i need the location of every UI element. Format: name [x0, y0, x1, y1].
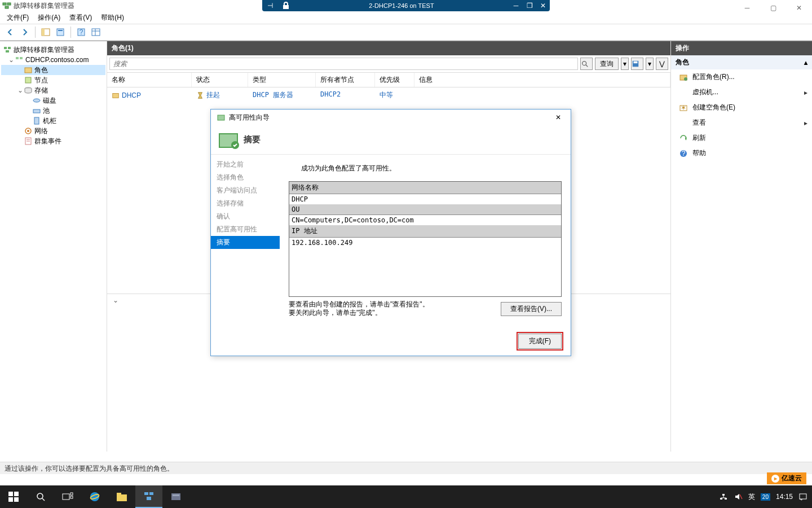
row-name: DHCP: [122, 91, 141, 99]
rdp-minimize-button[interactable]: ─: [509, 1, 523, 11]
query-button[interactable]: 查询: [595, 58, 619, 70]
details-button[interactable]: [89, 25, 103, 39]
action-view[interactable]: 查看 ▸: [671, 115, 812, 130]
tree-cluster[interactable]: ⌄ CDHCP.contoso.com: [1, 55, 105, 65]
outer-maximize-button[interactable]: ▢: [760, 0, 786, 16]
svg-rect-59: [173, 494, 179, 496]
wizard-icon: [217, 113, 226, 122]
tree-storage[interactable]: ⌄ 存储: [1, 85, 105, 95]
tray-network-icon[interactable]: [719, 492, 728, 501]
forward-button[interactable]: [18, 25, 32, 39]
tray-ime2[interactable]: 20: [761, 493, 770, 501]
tree-networks[interactable]: 网络: [1, 126, 105, 136]
search-taskbar-button[interactable]: [27, 485, 54, 508]
tree-events[interactable]: 群集事件: [1, 136, 105, 146]
svg-rect-42: [8, 492, 13, 496]
explorer-taskbar-button[interactable]: [108, 485, 135, 508]
svg-rect-21: [33, 110, 40, 113]
wizard-close-button[interactable]: ✕: [551, 112, 565, 123]
cluster-manager-taskbar-button[interactable]: [135, 485, 162, 508]
tray-time[interactable]: 14:15: [776, 493, 793, 501]
tree-cabinet[interactable]: 机柜: [1, 116, 105, 126]
col-owner[interactable]: 所有者节点: [316, 73, 375, 87]
svg-rect-5: [57, 29, 64, 36]
ie-taskbar-button[interactable]: [81, 485, 108, 508]
svg-rect-55: [144, 492, 148, 495]
tree-disks[interactable]: 磁盘: [1, 95, 105, 106]
pool-icon: [32, 106, 41, 115]
watermark-badge: ▸ 亿速云: [767, 472, 806, 484]
help-toolbar-button[interactable]: ?: [74, 25, 88, 39]
outer-close-button[interactable]: ✕: [786, 0, 812, 16]
tree-root-label: 故障转移群集管理器: [14, 45, 74, 55]
action-label: 虚拟机...: [692, 87, 718, 97]
col-name[interactable]: 名称: [107, 73, 192, 87]
wizard-body: 开始之前 选择角色 客户端访问点 选择存储 确认 配置高可用性 摘要 成功为此角…: [211, 155, 571, 328]
storage-icon: [24, 86, 33, 95]
query-dropdown[interactable]: ▾: [621, 58, 629, 70]
svg-rect-43: [14, 492, 19, 496]
tray-volume-icon[interactable]: [734, 492, 743, 501]
action-help[interactable]: ? 帮助: [671, 146, 812, 161]
taskview-button[interactable]: [54, 485, 81, 508]
col-info[interactable]: 信息: [414, 73, 670, 87]
pin-icon[interactable]: ⊣: [266, 1, 275, 10]
table-row[interactable]: DHCP 挂起 DHCP 服务器 DHCP2 中等: [107, 87, 670, 103]
svg-point-24: [27, 130, 29, 132]
query-label: 查询: [600, 60, 614, 68]
rdp-close-button[interactable]: ✕: [536, 1, 550, 11]
start-button[interactable]: [0, 485, 27, 508]
caret-down-icon[interactable]: ⌄: [17, 86, 24, 94]
properties-button[interactable]: [54, 25, 67, 39]
wizard-nav: 开始之前 选择角色 客户端访问点 选择存储 确认 配置高可用性 摘要: [211, 155, 280, 328]
save-query-button[interactable]: [631, 58, 643, 70]
lock-icon: [281, 1, 290, 10]
svg-rect-12: [4, 47, 7, 49]
tree-roles[interactable]: 角色: [1, 65, 105, 75]
wizard-title: 高可用性向导: [229, 113, 270, 122]
menubar: 文件(F) 操作(A) 查看(V) 帮助(H): [0, 11, 812, 24]
menu-help[interactable]: 帮助(H): [99, 12, 126, 24]
server-manager-taskbar-button[interactable]: [162, 485, 189, 508]
svg-rect-49: [70, 493, 73, 495]
tree-pools[interactable]: 池: [1, 106, 105, 116]
action-refresh[interactable]: 刷新: [671, 130, 812, 146]
view-report-button[interactable]: 查看报告(V)...: [501, 302, 562, 316]
tray-ime[interactable]: 英: [748, 492, 755, 502]
actions-group-label: 角色: [676, 58, 689, 67]
svg-line-65: [740, 494, 742, 499]
col-priority[interactable]: 优先级: [375, 73, 414, 87]
list-options-button[interactable]: ⋁: [656, 58, 668, 70]
save-dropdown[interactable]: ▾: [646, 58, 654, 70]
menu-action[interactable]: 操作(A): [36, 12, 63, 24]
cluster-manager-icon: [2, 1, 11, 10]
caret-down-icon[interactable]: ⌄: [8, 56, 15, 64]
svg-text:?: ?: [80, 28, 83, 36]
collapse-icon[interactable]: ▴: [804, 59, 807, 67]
show-hide-tree-button[interactable]: [39, 25, 52, 39]
svg-rect-45: [14, 497, 19, 502]
outer-minimize-button[interactable]: ─: [734, 0, 760, 16]
watermark-text: 亿速云: [782, 474, 802, 483]
tree-root[interactable]: 故障转移群集管理器: [1, 45, 105, 55]
action-configure-role[interactable]: 配置角色(R)...: [671, 69, 812, 85]
svg-line-47: [42, 498, 45, 501]
row-owner: DHCP2: [316, 89, 375, 101]
wiz-step-cap: 客户端访问点: [211, 184, 280, 197]
menu-view[interactable]: 查看(V): [67, 12, 94, 24]
tree-cabinet-label: 机柜: [43, 116, 56, 126]
search-input[interactable]: [109, 58, 578, 70]
search-button[interactable]: [580, 58, 593, 70]
col-state[interactable]: 状态: [192, 73, 248, 87]
svg-rect-39: [218, 115, 224, 120]
action-vm[interactable]: 虚拟机... ▸: [671, 85, 812, 100]
svg-rect-0: [3, 3, 6, 5]
menu-file[interactable]: 文件(F): [5, 12, 31, 24]
back-button[interactable]: [3, 25, 17, 39]
action-create-empty[interactable]: ✶ 创建空角色(E): [671, 100, 812, 115]
tray-notifications-icon[interactable]: [798, 492, 807, 501]
finish-button[interactable]: 完成(F): [518, 334, 562, 349]
tree-nodes[interactable]: 节点: [1, 75, 105, 85]
col-type[interactable]: 类型: [248, 73, 316, 87]
rdp-restore-button[interactable]: ❐: [523, 1, 536, 11]
